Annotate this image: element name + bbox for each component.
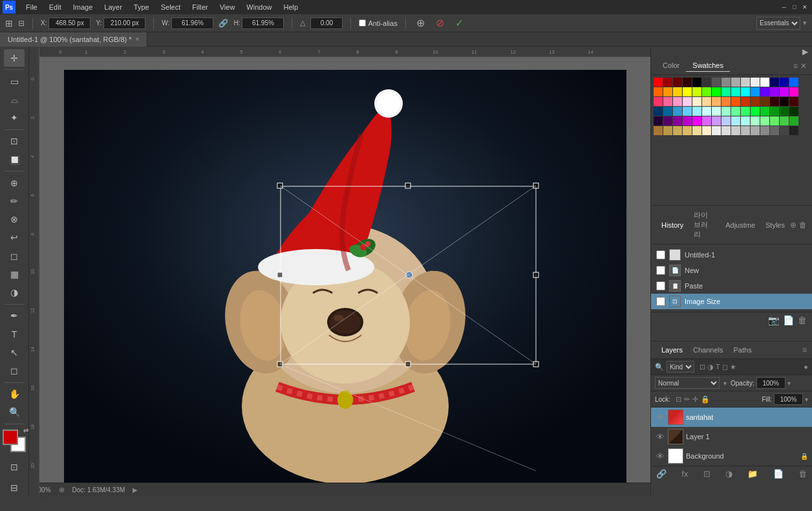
swatch[interactable] xyxy=(751,107,760,116)
layer-row-layer1[interactable]: 👁 Layer 1 xyxy=(651,427,812,446)
swatch[interactable] xyxy=(721,87,731,96)
swatch[interactable] xyxy=(789,107,798,116)
swatch[interactable] xyxy=(654,126,663,135)
opacity-input[interactable] xyxy=(756,377,785,389)
layer-mask-button[interactable]: ⊡ xyxy=(703,469,710,479)
swatch[interactable] xyxy=(780,107,789,116)
history-imagesize-checkbox[interactable] xyxy=(656,297,665,306)
swatch[interactable] xyxy=(712,87,721,96)
foreground-color[interactable] xyxy=(3,429,18,445)
swatch[interactable] xyxy=(780,126,789,135)
history-item-new[interactable]: 📄 New xyxy=(651,263,812,278)
swatch[interactable] xyxy=(789,116,798,125)
swatch[interactable] xyxy=(702,87,711,96)
swatch[interactable] xyxy=(654,78,663,87)
swatch[interactable] xyxy=(692,97,701,106)
swatch[interactable] xyxy=(663,97,672,106)
swatch[interactable] xyxy=(654,116,663,125)
layer-row-background[interactable]: 👁 Background 🔒 xyxy=(651,446,812,466)
document-tab[interactable]: Untitled-1 @ 100% (santahat, RGB/8) * × xyxy=(0,32,147,47)
swatch[interactable] xyxy=(741,116,750,125)
swatch[interactable] xyxy=(760,116,769,125)
swatch[interactable] xyxy=(654,97,663,106)
swatch[interactable] xyxy=(741,78,750,87)
swatch[interactable] xyxy=(760,107,769,116)
swatch[interactable] xyxy=(770,126,779,135)
screen-mode-button[interactable]: ⊟ xyxy=(4,479,25,497)
history-tab[interactable]: History xyxy=(656,219,689,231)
filter-shape-icon[interactable]: ◻ xyxy=(722,363,728,371)
clone-stamp-tool[interactable]: ⊗ xyxy=(4,211,25,228)
history-paste-checkbox[interactable] xyxy=(656,281,665,290)
swatch[interactable] xyxy=(751,78,760,87)
layer-visibility-toggle[interactable]: 👁 xyxy=(655,431,665,442)
swatch[interactable] xyxy=(760,78,769,87)
swatch[interactable] xyxy=(692,126,701,135)
swatch[interactable] xyxy=(770,97,779,106)
swatch[interactable] xyxy=(751,87,760,96)
path-select-tool[interactable]: ↖ xyxy=(4,343,25,361)
library-tab[interactable]: 라이브러리 xyxy=(689,208,720,241)
swatch[interactable] xyxy=(673,87,682,96)
swatch[interactable] xyxy=(760,126,769,135)
swatch[interactable] xyxy=(673,107,682,116)
cancel-transform-icon[interactable]: ⊘ xyxy=(433,16,447,30)
history-create-document-button[interactable]: 📄 xyxy=(783,315,794,325)
layer-visibility-toggle[interactable]: 👁 xyxy=(655,451,665,461)
swatch[interactable] xyxy=(780,97,789,106)
swatch[interactable] xyxy=(702,116,711,125)
fill-input[interactable] xyxy=(774,393,803,405)
brush-tool[interactable]: ✏ xyxy=(4,192,25,210)
adjustment-tab[interactable]: Adjustme xyxy=(720,219,760,231)
swatch[interactable] xyxy=(741,126,750,135)
channels-tab[interactable]: Channels xyxy=(688,344,728,356)
close-button[interactable]: ✕ xyxy=(800,3,809,12)
swatch[interactable] xyxy=(692,87,701,96)
panel-scroll-button[interactable]: ▶ xyxy=(802,47,808,56)
panel-menu-button[interactable]: ≡ xyxy=(793,61,798,71)
angle-input[interactable] xyxy=(310,17,343,29)
lock-position-icon[interactable]: ✛ xyxy=(692,395,698,404)
swatch[interactable] xyxy=(654,87,663,96)
anti-alias-check[interactable] xyxy=(359,19,366,27)
lasso-tool[interactable]: ⌓ xyxy=(4,91,25,108)
layers-kind-select[interactable]: Kind xyxy=(667,361,694,373)
layer-adjustment-button[interactable]: ◑ xyxy=(725,469,732,479)
layer-row-santahat[interactable]: 👁 santahat xyxy=(651,408,812,427)
menu-help[interactable]: Help xyxy=(278,2,303,12)
swatch[interactable] xyxy=(770,116,779,125)
swatch[interactable] xyxy=(731,87,740,96)
layer-visibility-toggle[interactable]: 👁 xyxy=(655,412,665,422)
confirm-transform-icon[interactable]: ✓ xyxy=(453,16,467,30)
w-input[interactable] xyxy=(171,17,213,29)
menu-filter[interactable]: Filter xyxy=(187,2,213,12)
panel-collapse-button[interactable]: ✕ xyxy=(800,61,807,71)
swatch[interactable] xyxy=(760,97,769,106)
x-input[interactable] xyxy=(48,17,91,29)
swatch[interactable] xyxy=(702,97,711,106)
swatches-tab[interactable]: Swatches xyxy=(686,60,730,72)
swatch[interactable] xyxy=(760,87,769,96)
swatch[interactable] xyxy=(721,116,731,125)
warp-icon[interactable]: ⊕ xyxy=(414,16,428,30)
swatch[interactable] xyxy=(673,116,682,125)
swatch[interactable] xyxy=(673,78,682,87)
gradient-tool[interactable]: ▦ xyxy=(4,265,25,283)
menu-layer[interactable]: Layer xyxy=(99,2,127,12)
workspace-select[interactable]: Essentials xyxy=(756,17,800,30)
swatch[interactable] xyxy=(731,78,740,87)
filter-pixel-icon[interactable]: ⊡ xyxy=(700,363,705,371)
swatch[interactable] xyxy=(751,97,760,106)
swap-colors-button[interactable]: ⇄ xyxy=(23,427,28,434)
swatch[interactable] xyxy=(663,107,672,116)
paths-tab[interactable]: Paths xyxy=(729,344,757,356)
quick-mask-toggle[interactable]: ⊡ xyxy=(4,458,25,476)
swatch[interactable] xyxy=(683,126,692,135)
lock-transparent-icon[interactable]: ⊡ xyxy=(676,395,681,404)
filter-smart-icon[interactable]: ★ xyxy=(730,363,736,371)
minimize-button[interactable]: ─ xyxy=(780,3,789,12)
history-brush-tool[interactable]: ↩ xyxy=(4,229,25,246)
layer-delete-button[interactable]: 🗑 xyxy=(798,469,807,479)
blend-mode-select[interactable]: Normal xyxy=(655,377,720,389)
swatch[interactable] xyxy=(770,107,779,116)
